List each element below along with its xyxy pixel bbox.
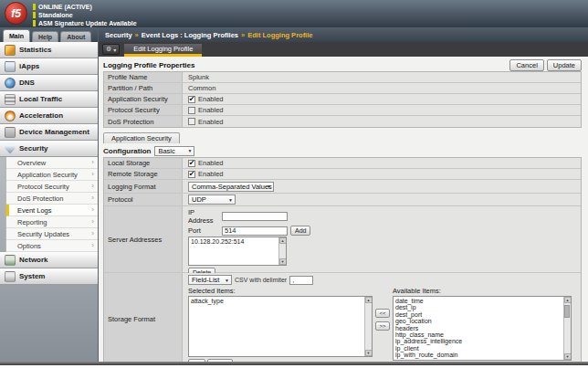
update-button[interactable]: Update bbox=[547, 59, 582, 71]
breadcrumb-logging-profiles[interactable]: Event Logs : Logging Profiles bbox=[142, 31, 238, 39]
available-item[interactable]: date_time bbox=[395, 298, 562, 304]
sidebar-item-system[interactable]: System bbox=[0, 268, 98, 285]
tab-help[interactable]: Help bbox=[32, 31, 58, 42]
submenu-item-options[interactable]: Options bbox=[6, 240, 98, 252]
sidebar-item-local-traffic[interactable]: Local Traffic bbox=[0, 91, 98, 108]
csv-delimiter-label: CSV with delimiter bbox=[235, 277, 287, 283]
page-options-button[interactable] bbox=[102, 44, 120, 55]
chevron-right-icon bbox=[91, 195, 94, 202]
port-input[interactable] bbox=[222, 226, 288, 236]
available-item[interactable]: dest_port bbox=[395, 311, 562, 318]
sidebar-item-label: Acceleration bbox=[19, 111, 63, 120]
available-item[interactable]: ip_address_intelligence bbox=[395, 338, 562, 344]
logging-format-select[interactable]: Comma-Separated Values bbox=[188, 182, 274, 192]
f5-logo-icon: f5 bbox=[5, 2, 27, 25]
available-item[interactable]: dest_ip bbox=[395, 304, 562, 310]
checkbox-label: Enabled bbox=[198, 106, 224, 114]
table-row-partition-path: Partition / Path Common bbox=[104, 83, 581, 94]
submenu-item-dos-protection[interactable]: DoS Protection bbox=[6, 193, 98, 205]
available-item[interactable]: ip_client bbox=[395, 345, 562, 352]
breadcrumb-security[interactable]: Security bbox=[105, 31, 132, 39]
storage-format-mode-select[interactable]: Field-List bbox=[188, 275, 232, 285]
row-label: Storage Format bbox=[104, 273, 183, 365]
tab-main[interactable]: Main bbox=[3, 29, 30, 42]
breadcrumb-separator: » bbox=[241, 31, 245, 39]
listbox-scrollbar[interactable] bbox=[364, 297, 372, 356]
row-label: Remote Storage bbox=[104, 169, 183, 179]
move-to-selected-button[interactable]: << bbox=[375, 309, 390, 318]
properties-section-title: Logging Profile Properties bbox=[103, 61, 194, 69]
submenu-item-label: Options bbox=[17, 242, 41, 250]
sidebar-item-statistics[interactable]: Statistics bbox=[0, 42, 98, 58]
chevron-right-icon bbox=[91, 218, 94, 226]
selected-item[interactable]: attack_type bbox=[189, 297, 372, 305]
sidebar-filler bbox=[0, 285, 98, 362]
sidebar-item-iapps[interactable]: iApps bbox=[0, 58, 98, 75]
submenu-item-reporting[interactable]: Reporting bbox=[6, 216, 98, 228]
device-management-icon bbox=[5, 127, 16, 138]
scroll-up-icon[interactable] bbox=[365, 297, 373, 303]
dns-icon bbox=[5, 78, 16, 89]
scroll-down-icon[interactable] bbox=[365, 350, 373, 356]
status-asm-update-label[interactable]: ASM Signature Update Available bbox=[38, 20, 137, 26]
scroll-down-icon[interactable] bbox=[564, 353, 572, 360]
available-item[interactable]: http_class_name bbox=[395, 331, 562, 338]
row-label: Server Addresses bbox=[104, 206, 183, 272]
row-label: Profile Name bbox=[104, 72, 183, 82]
scroll-down-icon[interactable] bbox=[279, 258, 287, 265]
profile-name-value: Splunk bbox=[183, 72, 581, 82]
protocol-select[interactable]: UDP bbox=[188, 195, 236, 205]
network-icon bbox=[5, 255, 16, 266]
selected-items-listbox[interactable]: attack_type bbox=[188, 296, 373, 357]
tab-about[interactable]: About bbox=[60, 31, 91, 42]
available-item[interactable]: geo_location bbox=[395, 318, 562, 324]
add-server-button[interactable]: Add bbox=[290, 226, 310, 236]
remote-storage-checkbox[interactable] bbox=[188, 171, 195, 178]
sidebar-item-network[interactable]: Network bbox=[0, 252, 98, 268]
sidebar-item-security[interactable]: Security bbox=[0, 141, 98, 157]
sidebar-item-acceleration[interactable]: Acceleration bbox=[0, 108, 98, 124]
move-to-available-button[interactable]: >> bbox=[375, 321, 390, 331]
status-indicator-icon bbox=[33, 4, 36, 10]
bigip-asm-window: f5 ONLINE (ACTIVE) Standalone ASM Signat… bbox=[0, 0, 588, 368]
submenu-item-application-security[interactable]: Application Security bbox=[6, 169, 98, 181]
row-label: Logging Format bbox=[104, 180, 183, 193]
dos-protection-checkbox[interactable] bbox=[188, 118, 195, 125]
scroll-up-icon[interactable] bbox=[564, 297, 572, 303]
listbox-scrollbar[interactable] bbox=[278, 237, 286, 265]
ip-address-input[interactable] bbox=[222, 212, 288, 221]
submenu-item-label: Event Logs bbox=[17, 206, 52, 215]
cancel-button[interactable]: Cancel bbox=[509, 59, 543, 71]
chevron-down-icon bbox=[113, 47, 116, 53]
available-item[interactable]: headers bbox=[395, 325, 562, 331]
submenu-item-security-updates[interactable]: Security Updates bbox=[6, 228, 98, 240]
status-standalone: Standalone bbox=[33, 11, 137, 18]
selected-items-label: Selected Items: bbox=[188, 287, 373, 295]
configuration-label: Configuration bbox=[103, 147, 151, 155]
table-row-protocol-security: Protocol Security Enabled bbox=[104, 105, 581, 116]
available-items-label: Available Items: bbox=[393, 287, 572, 295]
status-indicator-icon bbox=[33, 20, 36, 26]
available-item[interactable]: is_truncated bbox=[395, 359, 562, 361]
protocol-security-checkbox[interactable] bbox=[188, 107, 195, 114]
submenu-item-protocol-security[interactable]: Protocol Security bbox=[6, 181, 98, 193]
sidebar-item-device-management[interactable]: Device Management bbox=[0, 124, 98, 141]
available-items-listbox[interactable]: date_time dest_ip dest_port geo_location… bbox=[393, 296, 572, 361]
server-addresses-listbox[interactable]: 10.128.20.252:514 bbox=[188, 237, 287, 266]
tab-edit-logging-profile[interactable]: Edit Logging Profile bbox=[124, 44, 202, 57]
scrollbar-thumb[interactable] bbox=[564, 305, 570, 318]
checkbox-label: Enabled bbox=[198, 170, 224, 178]
local-storage-checkbox[interactable] bbox=[188, 160, 195, 167]
server-address-entry[interactable]: 10.128.20.252:514 bbox=[189, 237, 286, 246]
port-label: Port bbox=[188, 226, 219, 235]
available-item[interactable]: ip_with_route_domain bbox=[395, 352, 562, 358]
application-security-checkbox[interactable] bbox=[188, 96, 195, 103]
scroll-up-icon[interactable] bbox=[279, 237, 287, 244]
csv-delimiter-input[interactable] bbox=[289, 276, 313, 285]
configuration-select[interactable]: Basic bbox=[154, 146, 194, 156]
tab-application-security-panel[interactable]: Application Security bbox=[103, 132, 180, 143]
submenu-item-event-logs[interactable]: Event Logs bbox=[6, 205, 98, 216]
sidebar-item-dns[interactable]: DNS bbox=[0, 75, 98, 91]
sidebar-tab-strip: Main Help About bbox=[0, 27, 98, 42]
submenu-item-overview[interactable]: Overview bbox=[6, 157, 98, 169]
